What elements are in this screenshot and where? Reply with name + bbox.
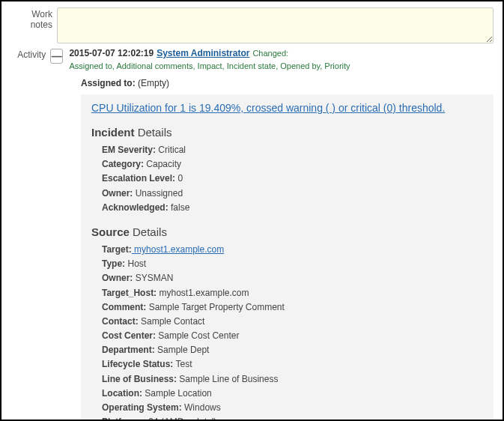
field-value: Windows xyxy=(182,402,221,413)
field-value: Sample Dept xyxy=(155,345,210,355)
field-value: Test xyxy=(173,359,192,369)
assigned-to-label: Assigned to: xyxy=(81,78,136,88)
field-name: Lifecycle Status: xyxy=(102,359,173,369)
field-row: Line of Business: Sample Line of Busines… xyxy=(102,372,483,387)
field-row: Acknowledged: false xyxy=(102,201,483,215)
work-notes-label: Work notes xyxy=(10,7,57,30)
field-value: Sample Cost Center xyxy=(156,330,239,341)
assigned-to-row: Assigned to: (Empty) xyxy=(81,78,494,88)
activity-user-link[interactable]: System Administrator xyxy=(157,48,249,58)
field-name: Location: xyxy=(102,388,142,399)
field-name: Operating System: xyxy=(102,402,182,413)
field-row: Escalation Level: 0 xyxy=(102,172,483,186)
field-value: 0 xyxy=(175,173,183,184)
field-name: Type: xyxy=(102,258,125,269)
field-value: false xyxy=(168,202,190,213)
incident-fields: EM Severity: CriticalCategory: CapacityE… xyxy=(91,143,483,215)
field-row: Operating System: Windows xyxy=(102,401,483,415)
field-name: Contact: xyxy=(102,316,139,327)
field-value-link[interactable]: myhost1.example.com xyxy=(132,244,224,255)
field-row: EM Severity: Critical xyxy=(102,143,483,157)
incident-headline-link[interactable]: CPU Utilization for 1 is 19.409%, crosse… xyxy=(91,102,445,114)
field-value: Critical xyxy=(156,145,186,155)
field-row: Comment: Sample Target Property Comment xyxy=(102,300,483,315)
field-row: Cost Center: Sample Cost Center xyxy=(102,329,483,343)
work-notes-input[interactable] xyxy=(57,7,494,43)
incident-details-title: Incident Details xyxy=(91,126,483,139)
assigned-to-value: (Empty) xyxy=(138,78,169,88)
field-value: Host xyxy=(125,258,146,269)
field-value: Sample Target Property Comment xyxy=(146,302,285,312)
work-notes-row: Work notes xyxy=(10,7,494,43)
field-name: Category: xyxy=(102,159,144,169)
field-value: Capacity xyxy=(144,159,181,169)
changed-fields: Assigned to, Additional comments, Impact… xyxy=(69,61,350,70)
source-details-title: Source Details xyxy=(91,225,483,238)
field-name: Line of Business: xyxy=(102,374,177,384)
field-value: SYSMAN xyxy=(133,273,173,283)
field-row: Target: myhost1.example.com xyxy=(102,243,483,257)
field-row: Type: Host xyxy=(102,257,483,271)
field-row: Lifecycle Status: Test xyxy=(102,357,483,372)
field-name: Target: xyxy=(102,244,132,255)
activity-collapse-button[interactable]: — xyxy=(50,49,63,64)
field-row: Target_Host: myhost1.example.com xyxy=(102,286,483,300)
field-name: Acknowledged: xyxy=(102,202,168,213)
field-value: myhost1.example.com xyxy=(157,288,249,298)
field-value: x64 (AMD or Intel) xyxy=(142,417,217,421)
field-row: Department: Sample Dept xyxy=(102,343,483,357)
field-row: Owner: SYSMAN xyxy=(102,271,483,285)
field-row: Platform: x64 (AMD or Intel) xyxy=(102,415,483,421)
activity-label: Activity xyxy=(10,48,50,60)
field-name: Cost Center: xyxy=(102,330,156,341)
field-value: Sample Line of Business xyxy=(177,374,278,384)
field-name: EM Severity: xyxy=(102,145,156,155)
changed-label: Changed: xyxy=(252,49,288,58)
field-name: Target_Host: xyxy=(102,288,157,298)
detail-panel: CPU Utilization for 1 is 19.409%, crosse… xyxy=(81,94,494,421)
field-row: Category: Capacity xyxy=(102,157,483,172)
field-row: Location: Sample Location xyxy=(102,387,483,401)
field-value: Sample Location xyxy=(142,388,212,399)
activity-timestamp: 2015-07-07 12:02:19 xyxy=(69,48,154,58)
field-row: Owner: Unassigned xyxy=(102,187,483,201)
field-row: Contact: Sample Contact xyxy=(102,315,483,329)
activity-row: Activity — 2015-07-07 12:02:19 System Ad… xyxy=(10,48,494,70)
field-name: Comment: xyxy=(102,302,146,312)
field-name: Escalation Level: xyxy=(102,173,175,184)
source-fields: Target: myhost1.example.comType: HostOwn… xyxy=(91,243,483,421)
field-name: Owner: xyxy=(102,273,133,283)
activity-header: 2015-07-07 12:02:19 System Administrator… xyxy=(69,48,494,70)
field-value: Sample Contact xyxy=(139,316,205,327)
field-value: Unassigned xyxy=(133,188,183,199)
field-name: Department: xyxy=(102,345,155,355)
field-name: Owner: xyxy=(102,188,133,199)
field-name: Platform: xyxy=(102,417,142,421)
